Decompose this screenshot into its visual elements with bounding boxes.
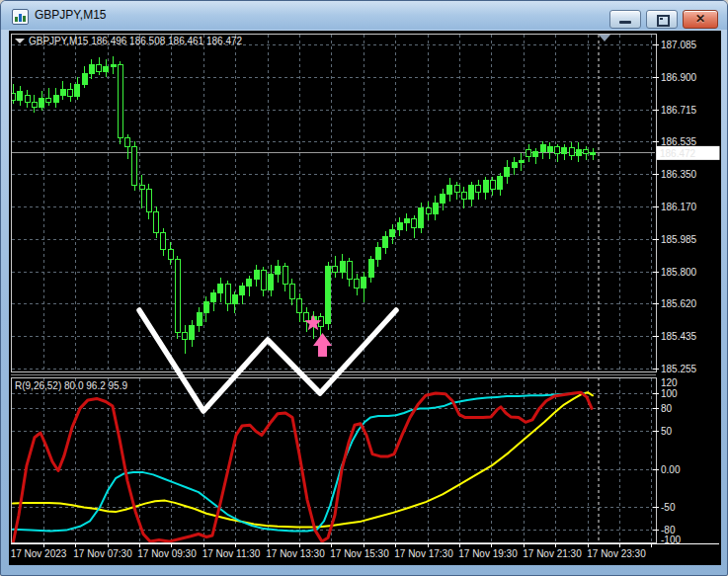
price-chart-svg[interactable]: 187.085186.900186.715186.535186.350186.1…	[9, 31, 721, 565]
candle-body	[89, 65, 94, 74]
price-tick-label: 185.620	[661, 298, 697, 309]
candle-body	[46, 99, 51, 103]
candle-body	[441, 194, 445, 203]
indicator-axis[interactable]: 12010080500.00-50-80-100	[653, 377, 681, 545]
restore-button[interactable]	[646, 10, 678, 29]
candle-body	[132, 146, 137, 185]
candle-body	[555, 146, 560, 153]
candle-body	[526, 150, 531, 157]
price-tick-label: 186.350	[661, 169, 697, 180]
candle-body	[490, 180, 495, 189]
price-tick-label: 186.535	[661, 136, 697, 147]
candle-body	[483, 180, 488, 193]
candle-body	[232, 295, 237, 304]
price-tick-label: 186.715	[661, 105, 697, 116]
chart-window: GBPJPY,M15 ✕ 187.085186.900186.715186.53…	[0, 0, 728, 576]
candle-body	[18, 91, 23, 100]
candle-body	[75, 84, 80, 97]
indicator-tick-label: -100	[661, 535, 681, 545]
candle-body	[476, 185, 481, 192]
chart-shift-line[interactable]	[599, 35, 610, 542]
indicator-tick-label: 120	[661, 377, 678, 388]
candle-body	[591, 153, 596, 155]
candle-body	[297, 298, 302, 312]
candle-body	[404, 219, 409, 223]
candle-body	[104, 66, 109, 71]
candle-body	[397, 222, 402, 229]
time-tick-label: 17 Nov 15:30	[330, 548, 389, 559]
restore-icon	[657, 15, 670, 27]
time-tick-label: 17 Nov 09:30	[137, 548, 197, 559]
indicator-line-kijun-cyan	[13, 393, 584, 531]
candle-body	[562, 148, 567, 153]
candle-body	[261, 271, 266, 290]
price-tick-label: 186.170	[661, 202, 697, 212]
candle-body	[146, 189, 151, 211]
candle-body	[168, 249, 173, 260]
pane-frames	[11, 35, 719, 544]
indicator-tick-label: -50	[661, 502, 676, 513]
price-tick-label: 187.085	[661, 40, 697, 50]
candle-body	[289, 285, 294, 298]
candles	[11, 56, 596, 354]
candle-body	[53, 95, 58, 102]
candle-body	[276, 267, 281, 274]
chart-doc-icon	[12, 9, 29, 25]
candle-body	[576, 150, 581, 155]
time-tick-label: 17 Nov 21:30	[523, 548, 582, 559]
window-title: GBPJPY,M15	[35, 8, 106, 22]
chart-header[interactable]: GBPJPY,M15 186.496 186.508 186.461 186.4…	[15, 36, 243, 46]
price-tick-label: 185.985	[661, 234, 697, 245]
indicator-name-label: R(9,26,52) 80.0 96.2 95.9	[15, 380, 127, 391]
close-button[interactable]: ✕	[683, 10, 718, 29]
minimize-button[interactable]	[609, 10, 641, 29]
indicator-tick-label: 80	[661, 403, 673, 414]
indicator-line-tenkan-red	[13, 392, 592, 543]
candle-body	[326, 267, 331, 323]
candle-body	[82, 74, 87, 85]
candle-body	[211, 293, 216, 302]
candle-body	[362, 278, 366, 288]
time-axis[interactable]: 17 Nov 202317 Nov 07:3017 Nov 09:3017 No…	[11, 543, 652, 559]
candle-body	[25, 95, 30, 102]
candle-body	[540, 144, 545, 151]
candle-body	[60, 90, 65, 95]
title-bar[interactable]: GBPJPY,M15 ✕	[1, 1, 727, 30]
candle-body	[368, 260, 373, 278]
candle-body	[254, 271, 259, 280]
candle-body	[190, 325, 195, 339]
candle-body	[161, 233, 166, 249]
time-tick-label: 17 Nov 07:30	[73, 548, 132, 559]
candle-body	[125, 137, 130, 146]
indicator-lines	[13, 392, 593, 543]
candle-body	[32, 102, 37, 107]
candle-body	[154, 211, 159, 233]
ohlc-header-label: GBPJPY,M15 186.496 186.508 186.461 186.4…	[29, 36, 243, 46]
candle-body	[375, 247, 380, 260]
chart-client-area[interactable]: 187.085186.900186.715186.535186.350186.1…	[9, 31, 721, 565]
candle-body	[175, 260, 180, 332]
candle-body	[419, 208, 424, 228]
price-axis[interactable]: 187.085186.900186.715186.535186.350186.1…	[653, 40, 720, 374]
minimize-icon	[619, 21, 631, 24]
price-tick-label: 185.255	[661, 364, 697, 374]
candle-body	[247, 279, 252, 286]
price-tick-label: 185.435	[661, 331, 697, 342]
window-controls: ✕	[609, 10, 718, 29]
candle-body	[218, 285, 223, 293]
candle-body	[519, 160, 524, 162]
candle-body	[512, 162, 517, 167]
current-price-label: 186.472	[660, 148, 696, 159]
candle-body	[347, 262, 352, 280]
indicator-tick-label: 50	[661, 426, 673, 437]
candle-body	[426, 208, 431, 213]
time-tick-label: 17 Nov 23:30	[587, 548, 646, 559]
candle-body	[383, 236, 388, 247]
candle-body	[569, 148, 574, 155]
candle-body	[203, 302, 208, 313]
candle-body	[333, 267, 338, 272]
price-tick-label: 186.900	[661, 72, 697, 83]
candle-body	[433, 203, 438, 213]
candle-body	[68, 90, 73, 97]
candle-body	[498, 177, 503, 190]
